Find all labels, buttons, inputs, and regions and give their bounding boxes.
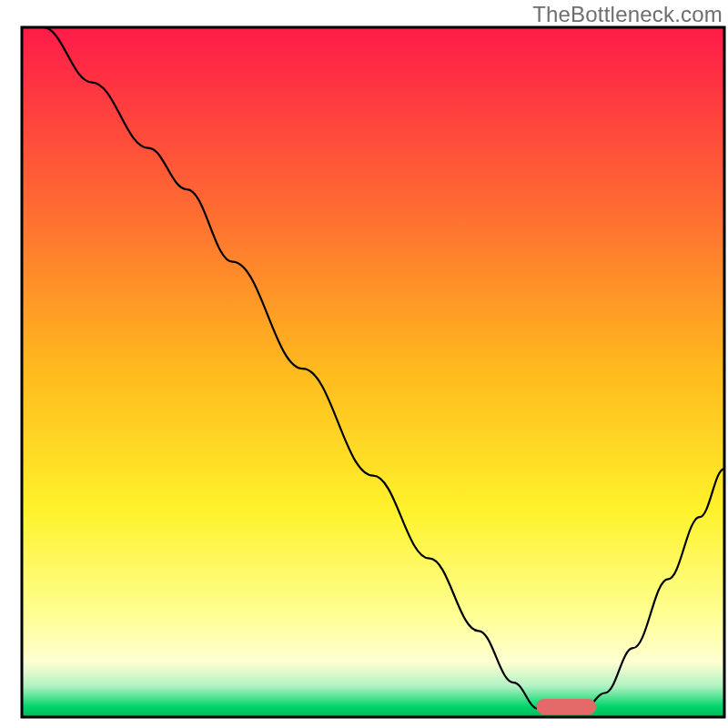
bottleneck-chart: TheBottleneck.com — [0, 0, 728, 728]
watermark-text: TheBottleneck.com — [532, 2, 723, 27]
chart-svg — [0, 0, 728, 728]
optimal-zone-marker — [537, 699, 597, 714]
gradient-background — [22, 27, 724, 717]
